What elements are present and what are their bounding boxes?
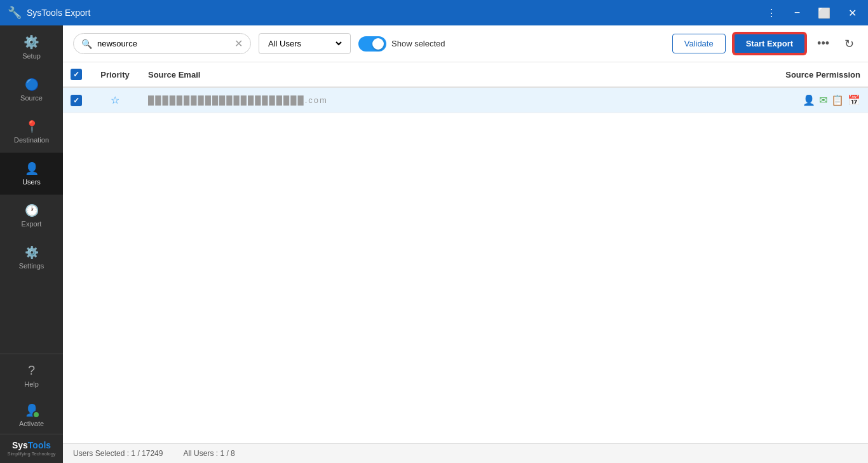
title-bar: 🔧 SysTools Export ⋮ − ⬜ ✕ [0, 0, 868, 25]
sidebar-label-source: Source [20, 94, 43, 102]
row-priority-cell: ☆ [90, 87, 140, 113]
person-permission-icon: 👤 [803, 94, 815, 106]
menu-button[interactable]: ⋮ [763, 6, 780, 20]
refresh-button[interactable]: ↻ [841, 34, 858, 53]
sidebar-nav: ⚙️ Setup 🔵 Source 📍 Destination 👤 Users … [0, 25, 63, 354]
close-button[interactable]: ✕ [844, 6, 860, 20]
calendar-permission-icon: 📅 [848, 94, 860, 106]
toggle-thumb [372, 38, 384, 50]
table-wrap: Priority Source Email Source Permission … [63, 62, 868, 443]
activate-dot [32, 411, 40, 418]
row-checkbox[interactable] [71, 95, 82, 106]
sidebar-item-settings[interactable]: ⚙️ Settings [0, 237, 63, 279]
source-email-value: ██████████████████████.com [148, 95, 328, 105]
maximize-button[interactable]: ⬜ [814, 6, 834, 20]
search-clear-button[interactable]: ✕ [234, 38, 243, 50]
show-selected-toggle-group: Show selected [358, 36, 445, 52]
sidebar-label-users: Users [22, 178, 41, 186]
header-source-email: Source Email [140, 62, 638, 87]
users-filter-select[interactable]: All Users Selected Users Unselected User… [266, 38, 344, 49]
sidebar-label-export: Export [22, 220, 42, 228]
app-icon: 🔧 [8, 6, 22, 20]
table-row[interactable]: ☆ ██████████████████████.com 👤 ✉ 📋 📅 [63, 87, 868, 113]
sidebar-label-settings: Settings [19, 262, 44, 270]
sidebar-item-help[interactable]: ? Help [0, 354, 63, 397]
content-area: 🔍 ✕ All Users Selected Users Unselected … [63, 25, 868, 463]
more-options-button[interactable]: ••• [813, 34, 833, 53]
row-permission-cell: 👤 ✉ 📋 📅 [638, 87, 868, 113]
export-icon: 🕐 [25, 204, 39, 218]
title-bar-left: 🔧 SysTools Export [8, 6, 90, 20]
sidebar-item-destination[interactable]: 📍 Destination [0, 111, 63, 153]
email-permission-icon: ✉ [819, 94, 827, 106]
toggle-track [358, 36, 386, 52]
help-icon: ? [28, 363, 35, 378]
app-title: SysTools Export [27, 8, 90, 18]
search-icon: 🔍 [81, 39, 92, 49]
table-header-row: Priority Source Email Source Permission [63, 62, 868, 87]
calendar-alt-permission-icon: 📋 [831, 94, 844, 106]
users-table: Priority Source Email Source Permission … [63, 62, 868, 113]
row-checkbox-cell [63, 87, 90, 113]
header-checkbox [63, 62, 90, 87]
users-filter-dropdown[interactable]: All Users Selected Users Unselected User… [259, 33, 351, 54]
toolbar: 🔍 ✕ All Users Selected Users Unselected … [63, 25, 868, 62]
header-checkbox-control[interactable] [71, 69, 82, 80]
validate-button[interactable]: Validate [672, 34, 726, 53]
sidebar-item-users[interactable]: 👤 Users [0, 153, 63, 195]
sidebar-item-source[interactable]: 🔵 Source [0, 69, 63, 111]
table-header: Priority Source Email Source Permission [63, 62, 868, 87]
start-export-button[interactable]: Start Export [733, 33, 806, 54]
priority-star-icon[interactable]: ☆ [111, 95, 119, 106]
title-bar-controls: ⋮ − ⬜ ✕ [763, 6, 860, 20]
settings-icon: ⚙️ [25, 245, 39, 259]
sidebar: ⚙️ Setup 🔵 Source 📍 Destination 👤 Users … [0, 25, 63, 463]
sidebar-label-destination: Destination [14, 136, 49, 144]
all-users-status: All Users : 1 / 8 [183, 449, 234, 458]
status-bar: Users Selected : 1 / 17249 All Users : 1… [63, 443, 868, 463]
sidebar-item-export[interactable]: 🕐 Export [0, 195, 63, 237]
sidebar-label-help: Help [24, 380, 39, 388]
search-box: 🔍 ✕ [73, 33, 251, 54]
permission-icons: 👤 ✉ 📋 📅 [646, 94, 860, 106]
source-icon: 🔵 [25, 78, 39, 92]
destination-icon: 📍 [25, 120, 39, 134]
search-input[interactable] [97, 39, 229, 48]
show-selected-label: Show selected [391, 39, 445, 48]
header-source-permission: Source Permission [638, 62, 868, 87]
setup-icon: ⚙️ [24, 34, 39, 50]
logo-text: SysTools [3, 439, 60, 451]
sidebar-label-activate: Activate [19, 420, 44, 427]
users-icon: 👤 [25, 162, 39, 176]
row-email-cell: ██████████████████████.com [140, 87, 638, 113]
users-selected-status: Users Selected : 1 / 17249 [73, 449, 163, 458]
sidebar-label-setup: Setup [22, 52, 41, 60]
minimize-button[interactable]: − [790, 6, 804, 20]
activate-icon-wrap: 👤 [25, 403, 39, 417]
table-body: ☆ ██████████████████████.com 👤 ✉ 📋 📅 [63, 87, 868, 113]
app-body: ⚙️ Setup 🔵 Source 📍 Destination 👤 Users … [0, 25, 868, 463]
sidebar-bottom: ? Help 👤 Activate SysTools Simplifying T… [0, 354, 63, 463]
show-selected-toggle[interactable] [358, 36, 386, 52]
systools-logo: SysTools Simplifying Technology [0, 434, 63, 463]
sidebar-item-activate[interactable]: 👤 Activate [0, 397, 63, 434]
header-priority: Priority [90, 62, 140, 87]
sidebar-item-setup[interactable]: ⚙️ Setup [0, 25, 63, 69]
logo-tagline: Simplifying Technology [3, 451, 60, 457]
